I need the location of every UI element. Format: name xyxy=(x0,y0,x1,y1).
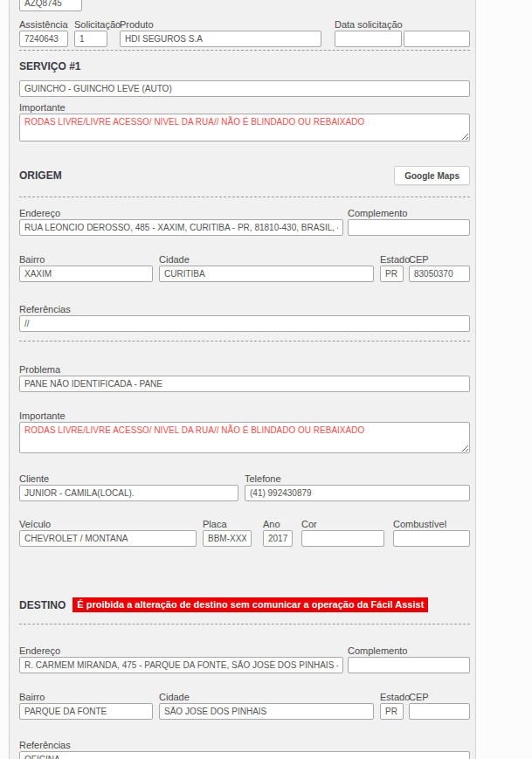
destino-estado-field: Estado xyxy=(380,692,404,720)
data-solicitacao-inputs xyxy=(335,31,470,47)
cliente-input[interactable] xyxy=(19,485,238,501)
assistencia-label: Assistência xyxy=(19,19,68,30)
origem-cidade-label: Cidade xyxy=(159,254,374,265)
section-divider xyxy=(19,197,470,197)
veiculo-input[interactable] xyxy=(19,530,197,547)
telefone-label: Telefone xyxy=(245,473,470,484)
cor-input[interactable] xyxy=(301,530,384,547)
veiculo-row: Veículo Placa Ano Cor Combustível xyxy=(19,519,470,547)
destino-cep-label: CEP xyxy=(409,692,470,702)
veiculo-label: Veículo xyxy=(19,519,197,529)
produto-label: Produto xyxy=(120,19,321,30)
destino-bairro-label: Bairro xyxy=(19,692,153,702)
destino-cep-field: CEP xyxy=(409,692,470,720)
placa-input[interactable] xyxy=(203,530,252,547)
destino-referencias-input[interactable] xyxy=(19,751,470,759)
destino-section-header: DESTINO É proibida a alteração de destin… xyxy=(19,597,470,612)
destino-cidade-label: Cidade xyxy=(159,692,374,702)
origem-section-header: ORIGEM Google Maps xyxy=(19,166,470,185)
header-fields-row: Assistência Solicitação Produto Data sol… xyxy=(19,19,470,47)
section-divider xyxy=(19,50,470,51)
destino-district-row: Bairro Cidade Estado CEP xyxy=(19,692,470,720)
servico-importante-label: Importante xyxy=(19,102,470,113)
origem-complemento-label: Complemento xyxy=(348,208,470,218)
placa-label: Placa xyxy=(203,519,252,529)
cliente-field: Cliente xyxy=(19,473,238,501)
problema-input[interactable] xyxy=(19,376,470,392)
solicitacao-input[interactable] xyxy=(74,31,107,47)
servico-importante-textarea[interactable]: RODAS LIVRE/LIVRE ACESSO/ NIVEL DA RUA//… xyxy=(19,114,470,141)
solicitacao-field: Solicitação xyxy=(74,19,107,47)
destino-cidade-field: Cidade xyxy=(159,692,374,720)
problema-field: Problema xyxy=(19,364,470,392)
origem-bairro-input[interactable] xyxy=(19,266,153,282)
assistencia-input[interactable] xyxy=(19,31,68,47)
data-solicitacao-date-input[interactable] xyxy=(335,31,402,47)
origem-bairro-label: Bairro xyxy=(19,254,153,265)
destino-estado-input[interactable] xyxy=(380,703,404,720)
section-divider xyxy=(19,341,470,342)
origem-estado-label: Estado xyxy=(380,254,404,265)
cor-label: Cor xyxy=(301,519,384,529)
destino-endereco-field: Endereço xyxy=(19,645,343,673)
combustivel-field: Combustível xyxy=(393,519,470,547)
cliente-label: Cliente xyxy=(19,473,238,484)
origem-cep-input[interactable] xyxy=(409,266,470,282)
destino-complemento-field: Complemento xyxy=(348,645,470,673)
plate-input[interactable] xyxy=(19,0,82,11)
origem-referencias-input[interactable] xyxy=(19,315,470,332)
origem-complemento-field: Complemento xyxy=(348,208,470,236)
placa-field: Placa xyxy=(203,519,252,547)
origem-importante-field: Importante RODAS LIVRE/LIVRE ACESSO/ NIV… xyxy=(19,411,470,453)
origem-cidade-field: Cidade xyxy=(159,254,374,282)
destino-cep-input[interactable] xyxy=(409,703,470,720)
data-solicitacao-field: Data solicitação xyxy=(335,19,470,47)
origem-estado-input[interactable] xyxy=(380,266,404,282)
servico-section-title: SERVIÇO #1 xyxy=(19,60,470,72)
origem-complemento-input[interactable] xyxy=(348,219,470,236)
origem-address-row: Endereço Complemento xyxy=(19,208,470,236)
origem-cidade-input[interactable] xyxy=(159,266,374,282)
origem-cep-field: CEP xyxy=(409,254,470,282)
combustivel-input[interactable] xyxy=(393,530,470,547)
produto-input[interactable] xyxy=(120,31,321,47)
origem-estado-field: Estado xyxy=(380,254,404,282)
destino-warning-badge: É proibida a alteração de destino sem co… xyxy=(73,597,428,612)
origem-referencias-label: Referências xyxy=(19,304,470,314)
assistance-form-panel: Assistência Solicitação Produto Data sol… xyxy=(9,0,476,759)
telefone-input[interactable] xyxy=(245,485,470,501)
destino-referencias-field: Referências xyxy=(19,740,470,759)
produto-field: Produto xyxy=(120,19,321,47)
origem-importante-label: Importante xyxy=(19,411,470,421)
destino-address-row: Endereço Complemento xyxy=(19,645,470,673)
destino-endereco-label: Endereço xyxy=(19,645,343,656)
origem-district-row: Bairro Cidade Estado CEP xyxy=(19,254,470,282)
destino-endereco-input[interactable] xyxy=(19,657,343,673)
origem-referencias-field: Referências xyxy=(19,304,470,332)
ano-label: Ano xyxy=(263,519,293,529)
destino-bairro-input[interactable] xyxy=(19,703,153,720)
problema-label: Problema xyxy=(19,364,470,375)
veiculo-field: Veículo xyxy=(19,519,197,547)
destino-bairro-field: Bairro xyxy=(19,692,153,720)
telefone-field: Telefone xyxy=(245,473,470,501)
ano-input[interactable] xyxy=(263,530,293,547)
origem-cep-label: CEP xyxy=(409,254,470,265)
destino-complemento-label: Complemento xyxy=(348,645,470,656)
destino-complemento-input[interactable] xyxy=(348,657,470,673)
cor-field: Cor xyxy=(301,519,384,547)
destino-referencias-label: Referências xyxy=(19,740,470,750)
google-maps-button[interactable]: Google Maps xyxy=(394,166,470,185)
origem-endereco-field: Endereço xyxy=(19,208,343,236)
servico-importante-field: Importante RODAS LIVRE/LIVRE ACESSO/ NIV… xyxy=(19,102,470,141)
origem-endereco-input[interactable] xyxy=(19,219,343,236)
combustivel-label: Combustível xyxy=(393,519,470,529)
origem-importante-textarea[interactable]: RODAS LIVRE/LIVRE ACESSO/ NIVEL DA RUA//… xyxy=(19,422,470,453)
data-solicitacao-time-input[interactable] xyxy=(404,31,470,47)
ano-field: Ano xyxy=(263,519,293,547)
destino-section-title: DESTINO xyxy=(19,599,66,611)
destino-cidade-input[interactable] xyxy=(159,703,374,720)
service-type-input[interactable] xyxy=(19,80,470,97)
assistencia-field: Assistência xyxy=(19,19,68,47)
origem-bairro-field: Bairro xyxy=(19,254,153,282)
